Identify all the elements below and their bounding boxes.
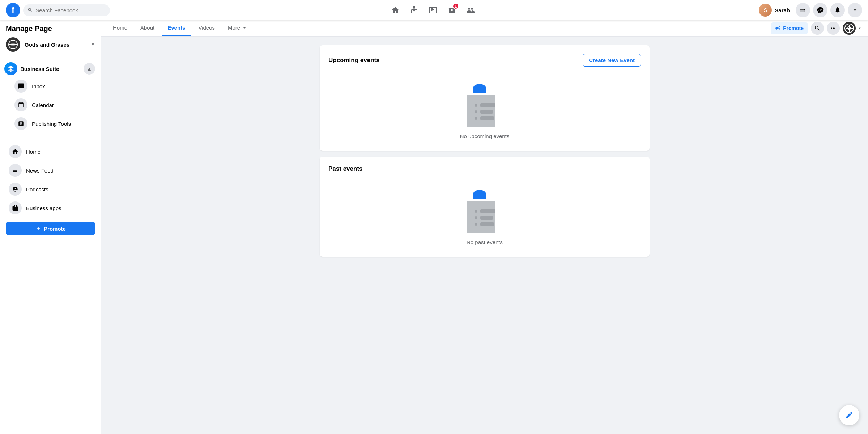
search-bar[interactable] (23, 4, 110, 16)
publishing-tools-icon (14, 117, 27, 130)
notifications-button[interactable] (830, 3, 845, 17)
sidebar-item-publishing-tools[interactable]: Publishing Tools (3, 114, 98, 133)
promote-button-label: Promote (44, 226, 66, 232)
tab-more[interactable]: More (222, 20, 253, 36)
empty-events-illustration (463, 84, 506, 127)
business-apps-label: Business apps (26, 205, 61, 211)
promote-page-button-label: Promote (783, 25, 804, 31)
page-avatar-button[interactable] (843, 22, 862, 35)
pages-nav-button[interactable] (405, 1, 423, 19)
avatar: S (759, 4, 772, 17)
tab-videos[interactable]: Videos (192, 20, 221, 36)
podcasts-icon (9, 183, 22, 196)
tab-about[interactable]: About (135, 20, 160, 36)
tab-home[interactable]: Home (107, 20, 133, 36)
no-upcoming-events-text: No upcoming events (460, 133, 510, 139)
page-name: Gods and Graves (25, 42, 86, 48)
manage-page-title: Manage Page (6, 25, 95, 33)
watch-nav-button[interactable] (424, 1, 442, 19)
doc-tab-past (473, 190, 486, 199)
facebook-logo: f (6, 3, 20, 17)
events-content: Upcoming events Create New Event (311, 37, 658, 271)
sidebar-divider-1 (0, 139, 101, 139)
page-icon (6, 37, 20, 52)
business-suite-label: Business Suite (4, 62, 59, 75)
nav-actions: Promote (771, 22, 862, 35)
home-label: Home (26, 149, 41, 155)
past-events-header: Past events (328, 165, 641, 173)
promote-page-button[interactable]: Promote (771, 22, 808, 34)
inbox-label: Inbox (32, 83, 45, 89)
main-layout: Manage Page Gods and Graves ▼ (0, 20, 868, 434)
home-icon (9, 145, 22, 158)
compose-icon (845, 411, 854, 420)
search-icon (27, 7, 33, 13)
marketplace-badge: 1 (452, 3, 459, 9)
page-avatar (843, 22, 856, 35)
sidebar-item-calendar[interactable]: Calendar (3, 95, 98, 114)
sidebar-header: Manage Page (0, 20, 101, 34)
business-suite-section: Business Suite ▲ Inbox Calendar (0, 58, 101, 136)
upcoming-events-header: Upcoming events Create New Event (328, 54, 641, 67)
dots-icon (830, 25, 837, 31)
marketplace-nav-button[interactable]: 1 (443, 1, 460, 19)
search-input[interactable] (35, 7, 106, 13)
messenger-button[interactable] (813, 3, 827, 17)
business-suite-icon (4, 62, 17, 75)
nav-center: 1 (113, 1, 753, 19)
empty-past-illustration (463, 190, 506, 233)
sidebar-item-news-feed[interactable]: News Feed (3, 161, 98, 180)
search-page-button[interactable] (811, 22, 824, 35)
calendar-icon (14, 98, 27, 111)
upcoming-events-empty-state: No upcoming events (328, 75, 641, 142)
groups-nav-button[interactable] (462, 1, 479, 19)
no-past-events-text: No past events (467, 239, 503, 245)
user-name: Sarah (775, 7, 790, 13)
home-nav-button[interactable] (387, 1, 404, 19)
create-new-event-button[interactable]: Create New Event (583, 54, 641, 67)
dropdown-button[interactable] (848, 3, 862, 17)
past-events-card: Past events (320, 157, 650, 257)
chevron-down-icon (242, 25, 247, 31)
sidebar-item-inbox[interactable]: Inbox (3, 77, 98, 95)
page-sub-nav: Home About Events Videos More Promote (101, 20, 868, 37)
publishing-tools-label: Publishing Tools (32, 121, 71, 127)
news-feed-icon (9, 164, 22, 177)
calendar-label: Calendar (32, 102, 54, 108)
past-events-empty-state: No past events (328, 181, 641, 248)
sidebar-item-business-apps[interactable]: Business apps (3, 199, 98, 217)
megaphone-icon (775, 25, 781, 31)
news-feed-label: News Feed (26, 167, 54, 174)
tab-events[interactable]: Events (162, 20, 191, 36)
top-navigation: f 1 S Sarah (0, 0, 868, 20)
upcoming-events-card: Upcoming events Create New Event (320, 45, 650, 151)
past-events-title: Past events (328, 165, 363, 173)
inbox-icon (14, 80, 27, 93)
sidebar: Manage Page Gods and Graves ▼ (0, 20, 101, 434)
upcoming-events-title: Upcoming events (328, 57, 380, 64)
business-apps-icon (9, 201, 22, 214)
more-options-button[interactable] (827, 22, 840, 35)
sidebar-item-home[interactable]: Home (3, 142, 98, 161)
promote-button[interactable]: Promote (6, 222, 95, 235)
page-selector[interactable]: Gods and Graves ▼ (0, 34, 101, 58)
nav-right: S Sarah (756, 2, 862, 18)
page-dropdown-arrow: ▼ (91, 42, 95, 47)
compose-float-button[interactable] (839, 405, 859, 425)
doc-tab (473, 84, 486, 93)
avatar-dropdown-icon (857, 26, 862, 31)
search-icon (814, 25, 821, 31)
grid-menu-button[interactable] (796, 3, 810, 17)
content-area: Home About Events Videos More Promote (101, 20, 868, 434)
collapse-business-suite-button[interactable]: ▲ (84, 63, 95, 75)
podcasts-label: Podcasts (26, 186, 48, 192)
business-suite-text: Business Suite (20, 66, 59, 72)
user-profile-button[interactable]: S Sarah (756, 2, 793, 18)
sidebar-item-podcasts[interactable]: Podcasts (3, 180, 98, 199)
